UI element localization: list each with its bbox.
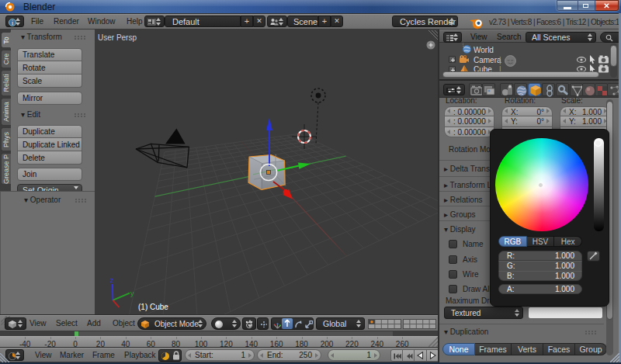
svg-text:User Persp: User Persp bbox=[98, 33, 137, 42]
svg-text:(1) Cube: (1) Cube bbox=[138, 303, 168, 311]
svg-text:y: y bbox=[130, 289, 134, 297]
svg-text:z: z bbox=[110, 276, 114, 284]
